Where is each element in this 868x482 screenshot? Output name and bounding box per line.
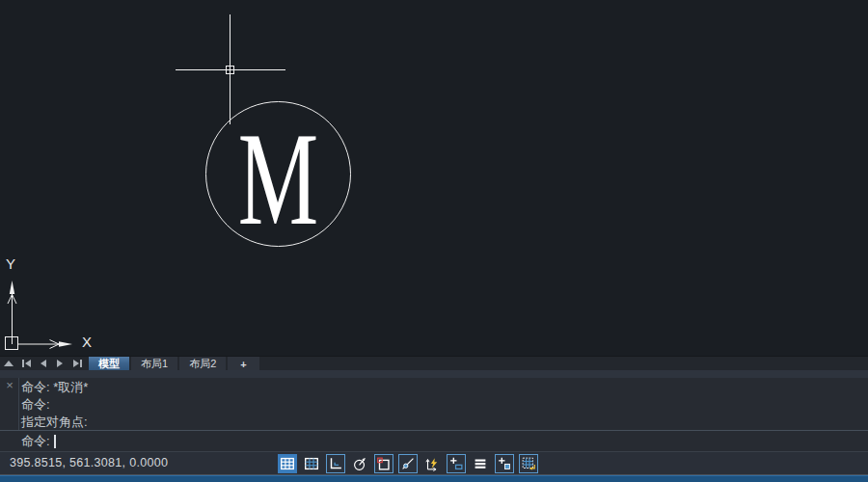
dynamic-input-toggle[interactable]	[422, 454, 442, 473]
quick-properties-toggle[interactable]	[495, 454, 514, 473]
command-window-top-edge	[0, 370, 868, 378]
ucs-icon	[0, 255, 101, 357]
command-input-line[interactable]: 命令:	[0, 430, 868, 451]
tab-layout2[interactable]: 布局2	[179, 357, 226, 371]
grid-display-toggle[interactable]	[302, 454, 321, 473]
polar-tracking-toggle[interactable]	[350, 454, 369, 473]
selection-cycling-icon	[520, 455, 537, 472]
snap-mode-toggle[interactable]	[278, 454, 297, 473]
circle-entity[interactable]: M	[205, 101, 351, 247]
command-gutter: ×	[0, 378, 19, 430]
plus-square-icon	[496, 455, 513, 472]
command-prompt: 命令:	[21, 433, 50, 450]
ortho-mode-toggle[interactable]	[326, 454, 345, 473]
drawing-canvas[interactable]: M Y X	[0, 0, 868, 356]
crosshair-pickbox	[226, 66, 234, 74]
object-snap-toggle[interactable]	[374, 454, 393, 473]
coordinate-readout[interactable]: 395.8515, 561.3081, 0.0000	[10, 456, 168, 469]
last-tab-icon[interactable]	[71, 358, 83, 369]
object-snap-tracking-icon	[399, 455, 417, 472]
lineweight-icon	[472, 455, 489, 472]
status-bar: 395.8515, 561.3081, 0.0000	[0, 451, 868, 475]
window-bottom-edge	[0, 475, 868, 482]
cad-application-window: M Y X 模型 布局1 布局2 +	[0, 0, 868, 482]
status-toggle-group	[278, 453, 538, 474]
command-history-line: 命令:	[21, 396, 864, 414]
previous-tab-icon[interactable]	[39, 358, 48, 369]
dynamic-ucs-toggle[interactable]	[447, 454, 466, 473]
expand-up-icon[interactable]	[4, 358, 14, 369]
tab-new-layout[interactable]: +	[228, 357, 258, 371]
selection-cycling-toggle[interactable]	[519, 454, 538, 473]
snap-grid-icon	[279, 455, 296, 472]
tab-model[interactable]: 模型	[89, 357, 129, 371]
command-history-line: 指定对角点:	[21, 414, 864, 431]
command-history-lines: 命令: *取消* 命令: 指定对角点:	[21, 379, 864, 431]
grid-icon	[303, 455, 320, 472]
command-history-panel: × 命令: *取消* 命令: 指定对角点:	[0, 378, 868, 430]
plus-rectangle-icon	[448, 455, 465, 472]
object-snap-tracking-toggle[interactable]	[398, 454, 418, 473]
tab-layout1[interactable]: 布局1	[131, 357, 177, 371]
close-icon[interactable]: ×	[3, 379, 16, 392]
object-snap-icon	[375, 455, 393, 472]
polar-tracking-icon	[351, 455, 368, 472]
lineweight-toggle[interactable]	[471, 454, 490, 473]
tab-nav-buttons	[0, 357, 89, 370]
ortho-icon	[327, 455, 344, 472]
next-tab-icon[interactable]	[55, 358, 65, 369]
layout-tab-bar: 模型 布局1 布局2 +	[0, 356, 868, 370]
dynamic-input-icon	[423, 455, 441, 472]
command-history-line: 命令: *取消*	[21, 379, 864, 396]
text-entity-m[interactable]: M	[238, 106, 318, 252]
first-tab-icon[interactable]	[20, 358, 32, 369]
text-cursor	[54, 435, 56, 448]
